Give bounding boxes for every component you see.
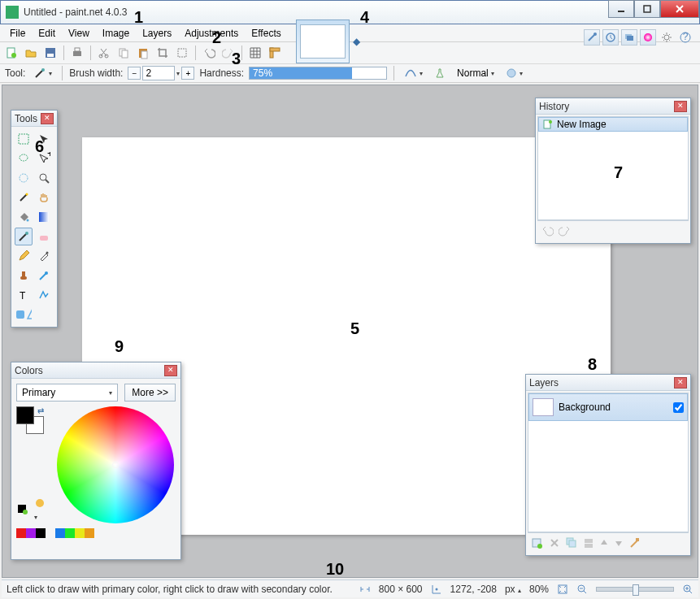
palette-swatch[interactable] xyxy=(55,528,65,538)
copy-icon[interactable] xyxy=(115,45,132,61)
paint-bucket-tool[interactable] xyxy=(15,208,33,226)
add-color-icon[interactable] xyxy=(16,503,29,516)
ruler-icon[interactable] xyxy=(267,45,283,61)
lasso-tool[interactable] xyxy=(15,150,33,167)
swap-colors-icon[interactable]: ⇄ xyxy=(37,406,44,415)
duplicate-layer-icon[interactable] xyxy=(565,536,578,549)
palette-menu-icon[interactable]: ▾ xyxy=(34,497,47,522)
merge-down-icon[interactable] xyxy=(583,537,594,549)
history-undo-icon[interactable] xyxy=(541,225,554,237)
settings-icon[interactable] xyxy=(659,29,675,46)
brush-width-stepper[interactable]: − ▾ + xyxy=(128,66,194,80)
text-tool[interactable]: T xyxy=(15,286,33,304)
paintbrush-tool[interactable] xyxy=(15,228,33,245)
undo-icon[interactable] xyxy=(201,45,217,61)
move-layer-down-icon[interactable] xyxy=(614,538,624,548)
recolor-tool[interactable] xyxy=(35,267,53,284)
gradient-tool[interactable] xyxy=(35,208,53,226)
menu-layers[interactable]: Layers xyxy=(136,26,178,41)
tool-selector[interactable]: ▾ xyxy=(30,67,55,80)
cut-icon[interactable] xyxy=(96,45,112,61)
layer-properties-icon[interactable] xyxy=(628,536,641,549)
brush-width-increase[interactable]: + xyxy=(181,67,194,80)
tools-panel-close[interactable]: ✕ xyxy=(41,113,54,124)
primary-secondary-selector[interactable]: Primary▾ xyxy=(16,384,118,402)
units-selector[interactable]: px ▴ xyxy=(505,584,521,595)
layer-list[interactable]: Background xyxy=(528,393,689,532)
antialias-toggle[interactable]: ▾ xyxy=(401,67,426,80)
menu-image[interactable]: Image xyxy=(96,26,136,41)
paste-icon[interactable] xyxy=(135,45,151,61)
color-picker-tool[interactable] xyxy=(35,247,53,265)
svg-text:?: ? xyxy=(683,31,689,42)
zoom-slider[interactable] xyxy=(596,587,674,592)
blend-mode-selector[interactable]: Normal▾ xyxy=(454,67,498,79)
new-file-icon[interactable] xyxy=(3,45,20,61)
menu-view[interactable]: View xyxy=(62,26,96,41)
palette-swatch[interactable] xyxy=(75,528,85,538)
hardness-slider[interactable]: 75% xyxy=(249,67,387,80)
menu-file[interactable]: File xyxy=(3,26,32,41)
line-tool[interactable] xyxy=(35,286,53,304)
brush-width-decrease[interactable]: − xyxy=(128,67,141,80)
zoom-out-icon[interactable] xyxy=(576,584,588,595)
brush-width-dropdown-icon[interactable]: ▾ xyxy=(176,70,180,77)
maximize-button[interactable] xyxy=(634,0,660,18)
close-button[interactable] xyxy=(660,0,699,18)
palette-swatch[interactable] xyxy=(26,528,36,538)
history-window-toggle[interactable] xyxy=(602,29,619,46)
colors-panel-close[interactable]: ✕ xyxy=(164,365,177,376)
color-swatches[interactable]: ⇄ xyxy=(16,406,49,436)
deselect-icon[interactable] xyxy=(174,45,190,61)
rect-select-tool[interactable] xyxy=(15,130,33,148)
layers-window-toggle[interactable] xyxy=(621,29,637,46)
crop-icon[interactable] xyxy=(154,45,171,61)
palette-swatch[interactable] xyxy=(16,528,26,538)
color-wheel[interactable] xyxy=(57,406,174,523)
print-icon[interactable] xyxy=(69,45,85,61)
resize-grip-icon[interactable] xyxy=(359,584,371,595)
svg-rect-57 xyxy=(585,539,593,543)
layers-panel-close[interactable]: ✕ xyxy=(674,377,687,388)
move-layer-up-icon[interactable] xyxy=(599,538,609,548)
menu-effects[interactable]: Effects xyxy=(245,26,287,41)
layers-panel: Layers✕ Background xyxy=(525,374,691,556)
history-panel-close[interactable]: ✕ xyxy=(674,101,687,112)
palette-row[interactable] xyxy=(16,528,176,538)
document-thumbnail[interactable] xyxy=(296,20,350,63)
save-icon[interactable] xyxy=(42,45,59,61)
more-button[interactable]: More >> xyxy=(124,384,176,402)
layer-item[interactable]: Background xyxy=(528,393,688,421)
history-redo-icon[interactable] xyxy=(559,225,572,237)
ellipse-select-tool[interactable] xyxy=(15,169,33,187)
eraser-tool[interactable] xyxy=(35,228,53,245)
svg-point-52 xyxy=(537,544,542,549)
add-layer-icon[interactable] xyxy=(531,536,544,549)
history-list[interactable]: New Image xyxy=(537,116,689,220)
open-file-icon[interactable] xyxy=(23,45,39,61)
palette-swatch[interactable] xyxy=(85,528,94,538)
colors-window-toggle[interactable] xyxy=(640,29,656,46)
pan-tool[interactable] xyxy=(35,189,53,206)
grid-icon[interactable] xyxy=(247,45,263,61)
brush-width-input[interactable] xyxy=(142,66,175,80)
palette-swatch[interactable] xyxy=(36,528,46,538)
thumbnail-dropdown-icon[interactable]: ◆ xyxy=(353,36,360,47)
fit-window-icon[interactable] xyxy=(557,584,568,595)
clone-stamp-tool[interactable] xyxy=(15,267,33,284)
blend-flask-icon[interactable] xyxy=(431,67,449,79)
tools-window-toggle[interactable] xyxy=(584,29,600,46)
pencil-tool[interactable] xyxy=(15,247,33,265)
magic-wand-tool[interactable] xyxy=(15,189,33,206)
history-item[interactable]: New Image xyxy=(538,117,688,132)
shapes-tool[interactable] xyxy=(15,306,33,323)
layer-visible-checkbox[interactable] xyxy=(673,402,684,413)
menu-edit[interactable]: Edit xyxy=(32,26,62,41)
overwrite-toggle[interactable]: ▾ xyxy=(502,67,526,79)
delete-layer-icon[interactable] xyxy=(549,537,560,549)
minimize-button[interactable] xyxy=(608,0,634,18)
zoom-tool[interactable] xyxy=(35,169,53,187)
palette-swatch[interactable] xyxy=(65,528,75,538)
zoom-in-icon[interactable] xyxy=(682,584,693,595)
help-icon[interactable]: ? xyxy=(677,29,693,46)
